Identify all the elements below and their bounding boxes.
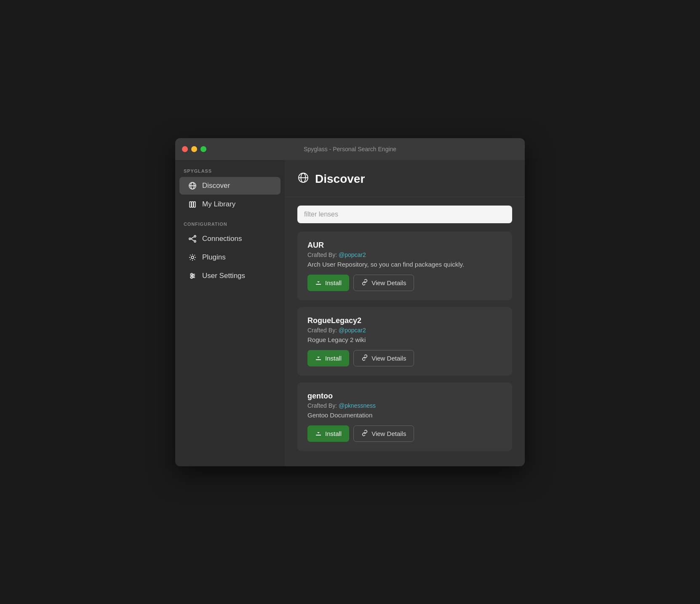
sidebar-user-settings-label: User Settings: [202, 272, 245, 280]
gear-icon: [188, 253, 197, 262]
crafted-by-label-aur: Crafted By:: [307, 251, 337, 258]
lens-actions-roguelegacy2: Install View Details: [307, 350, 502, 366]
minimize-button[interactable]: [191, 146, 197, 152]
sidebar-section-configuration: CONFIGURATION: [175, 222, 285, 227]
sidebar-item-connections[interactable]: Connections: [179, 230, 281, 248]
titlebar: Spyglass - Personal Search Engine: [175, 138, 525, 160]
svg-point-6: [194, 235, 196, 237]
lens-actions-aur: Install View Details: [307, 275, 502, 291]
lens-crafted-roguelegacy2: Crafted By: @popcar2: [307, 327, 502, 334]
svg-rect-4: [192, 202, 193, 207]
view-details-label-aur: View Details: [371, 279, 406, 286]
install-icon-roguelegacy2: [315, 354, 322, 362]
link-icon-roguelegacy2: [361, 354, 368, 362]
lens-crafted-gentoo: Crafted By: @pknessness: [307, 402, 502, 409]
sidebar-discover-label: Discover: [202, 182, 230, 190]
svg-line-10: [191, 239, 194, 241]
svg-point-15: [191, 273, 192, 275]
lens-name-aur: AUR: [307, 241, 502, 250]
svg-point-8: [194, 241, 196, 242]
main-content: Discover AUR Crafted By: @popcar2 Arch U…: [285, 160, 525, 466]
lens-desc-roguelegacy2: Rogue Legacy 2 wiki: [307, 336, 502, 343]
traffic-lights: [182, 146, 206, 152]
lens-card-gentoo: gentoo Crafted By: @pknessness Gentoo Do…: [297, 382, 512, 451]
lens-author-roguelegacy2[interactable]: @popcar2: [339, 327, 366, 334]
crafted-by-label-gentoo: Crafted By:: [307, 402, 337, 409]
svg-point-11: [191, 256, 194, 259]
install-label-aur: Install: [325, 279, 342, 286]
view-details-button-aur[interactable]: View Details: [353, 275, 414, 291]
svg-point-17: [191, 277, 192, 278]
books-icon: [188, 200, 197, 209]
lens-desc-gentoo: Gentoo Documentation: [307, 412, 502, 419]
close-button[interactable]: [182, 146, 188, 152]
install-label-roguelegacy2: Install: [325, 355, 342, 362]
page-header-icon: [297, 172, 309, 187]
lens-name-gentoo: gentoo: [307, 392, 502, 401]
install-button-gentoo[interactable]: Install: [307, 425, 349, 442]
lens-card-roguelgacy2: RogueLegacy2 Crafted By: @popcar2 Rogue …: [297, 307, 512, 376]
view-details-label-roguelegacy2: View Details: [371, 355, 406, 362]
content-area: AUR Crafted By: @popcar2 Arch User Repos…: [285, 197, 525, 466]
lens-crafted-aur: Crafted By: @popcar2: [307, 251, 502, 258]
page-title: Discover: [315, 172, 365, 186]
window-title: Spyglass - Personal Search Engine: [304, 146, 396, 152]
sidebar-plugins-label: Plugins: [202, 253, 226, 262]
link-icon-gentoo: [361, 430, 368, 438]
sidebar-section-spyglass: SPYGLASS: [175, 168, 285, 174]
lens-actions-gentoo: Install View Details: [307, 425, 502, 442]
sidebar-item-user-settings[interactable]: User Settings: [179, 267, 281, 285]
svg-rect-3: [190, 202, 191, 207]
install-icon-gentoo: [315, 430, 322, 438]
filter-input[interactable]: [297, 206, 512, 223]
sidebar-library-label: My Library: [202, 200, 235, 208]
sidebar: SPYGLASS Discover: [175, 160, 285, 466]
svg-point-7: [189, 238, 191, 240]
page-header: Discover: [285, 160, 525, 197]
install-icon-aur: [315, 279, 322, 287]
lens-author-aur[interactable]: @popcar2: [339, 251, 366, 258]
link-icon-aur: [361, 279, 368, 287]
lens-card-aur: AUR Crafted By: @popcar2 Arch User Repos…: [297, 232, 512, 300]
sidebar-connections-label: Connections: [202, 235, 242, 243]
globe-icon: [188, 181, 197, 190]
sidebar-item-plugins[interactable]: Plugins: [179, 249, 281, 266]
app-layout: SPYGLASS Discover: [175, 160, 525, 466]
maximize-button[interactable]: [200, 146, 206, 152]
share-icon: [188, 234, 197, 243]
sliders-icon: [188, 271, 197, 281]
lens-name-roguelegacy2: RogueLegacy2: [307, 316, 502, 325]
app-window: Spyglass - Personal Search Engine SPYGLA…: [175, 138, 525, 466]
lens-author-gentoo[interactable]: @pknessness: [339, 402, 376, 409]
view-details-label-gentoo: View Details: [371, 430, 406, 437]
svg-line-9: [191, 237, 194, 239]
lens-desc-aur: Arch User Repository, so you can find pa…: [307, 261, 502, 268]
view-details-button-gentoo[interactable]: View Details: [353, 425, 414, 442]
view-details-button-roguelegacy2[interactable]: View Details: [353, 350, 414, 366]
svg-point-16: [192, 275, 194, 277]
sidebar-item-my-library[interactable]: My Library: [179, 195, 281, 213]
install-button-roguelegacy2[interactable]: Install: [307, 350, 349, 366]
install-button-aur[interactable]: Install: [307, 275, 349, 291]
svg-rect-5: [194, 202, 195, 207]
crafted-by-label-roguelegacy2: Crafted By:: [307, 327, 337, 334]
sidebar-item-discover[interactable]: Discover: [179, 177, 281, 195]
install-label-gentoo: Install: [325, 430, 342, 437]
